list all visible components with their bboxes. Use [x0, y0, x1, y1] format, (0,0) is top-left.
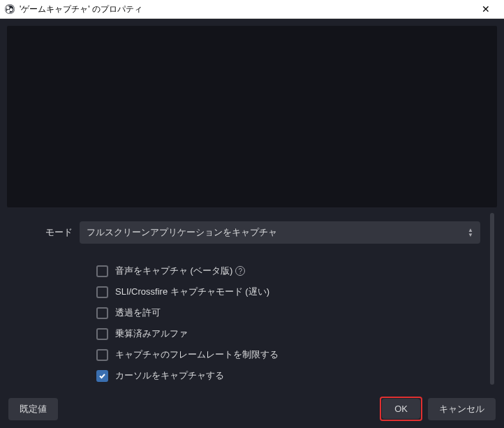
svg-point-4	[7, 10, 10, 13]
checkbox-row-premult[interactable]: 乗算済みアルファ	[96, 327, 480, 340]
preview-area	[7, 26, 497, 207]
checkbox-premult-label: 乗算済みアルファ	[115, 327, 188, 340]
footer: 既定値 OK キャンセル	[8, 397, 496, 421]
checkbox-row-cursor[interactable]: カーソルをキャプチャする	[96, 369, 480, 382]
checkbox-transparent[interactable]	[96, 307, 108, 319]
mode-select-value: フルスクリーンアプリケーションをキャプチャ	[87, 226, 277, 239]
checkbox-premult[interactable]	[96, 328, 108, 340]
window-title: 'ゲームキャプチャ' のプロパティ	[20, 3, 472, 15]
scrollbar[interactable]	[490, 213, 494, 385]
checkbox-sli[interactable]	[96, 286, 108, 298]
checkbox-audio[interactable]	[96, 265, 108, 277]
checkbox-limitfps-label: キャプチャのフレームレートを制限する	[115, 348, 279, 361]
checkbox-audio-label: 音声をキャプチャ (ベータ版)	[115, 265, 232, 277]
ok-button[interactable]: OK	[382, 399, 420, 419]
checkbox-cursor-label: カーソルをキャプチャする	[115, 369, 224, 382]
titlebar: 'ゲームキャプチャ' のプロパティ ✕	[0, 0, 504, 19]
checkbox-cursor[interactable]	[96, 370, 108, 382]
checkbox-limitfps[interactable]	[96, 349, 108, 361]
mode-label: モード	[21, 226, 80, 239]
checkbox-row-audio[interactable]: 音声をキャプチャ (ベータ版) ?	[96, 265, 480, 277]
help-icon[interactable]: ?	[235, 266, 245, 276]
checkbox-sli-label: SLI/Crossfire キャプチャモード (遅い)	[115, 286, 269, 298]
checkbox-row-sli[interactable]: SLI/Crossfire キャプチャモード (遅い)	[96, 286, 480, 298]
app-icon	[4, 3, 15, 15]
svg-point-2	[6, 6, 9, 9]
svg-point-0	[5, 4, 15, 14]
mode-select[interactable]: フルスクリーンアプリケーションをキャプチャ ▲▼	[80, 221, 480, 244]
defaults-button[interactable]: 既定値	[8, 398, 58, 420]
ok-highlight: OK	[380, 397, 422, 421]
form-area: モード フルスクリーンアプリケーションをキャプチャ ▲▼ 音声をキャプチャ (ベ…	[0, 207, 504, 382]
checkbox-group: 音声をキャプチャ (ベータ版) ? SLI/Crossfire キャプチャモード…	[21, 265, 480, 382]
cancel-button[interactable]: キャンセル	[428, 398, 496, 420]
checkbox-row-transparent[interactable]: 透過を許可	[96, 307, 480, 319]
checkbox-transparent-label: 透過を許可	[115, 307, 161, 319]
close-icon[interactable]: ✕	[472, 3, 500, 15]
chevron-updown-icon: ▲▼	[468, 228, 473, 237]
mode-row: モード フルスクリーンアプリケーションをキャプチャ ▲▼	[21, 221, 480, 244]
checkbox-row-limitfps[interactable]: キャプチャのフレームレートを制限する	[96, 348, 480, 361]
svg-point-3	[10, 8, 13, 11]
